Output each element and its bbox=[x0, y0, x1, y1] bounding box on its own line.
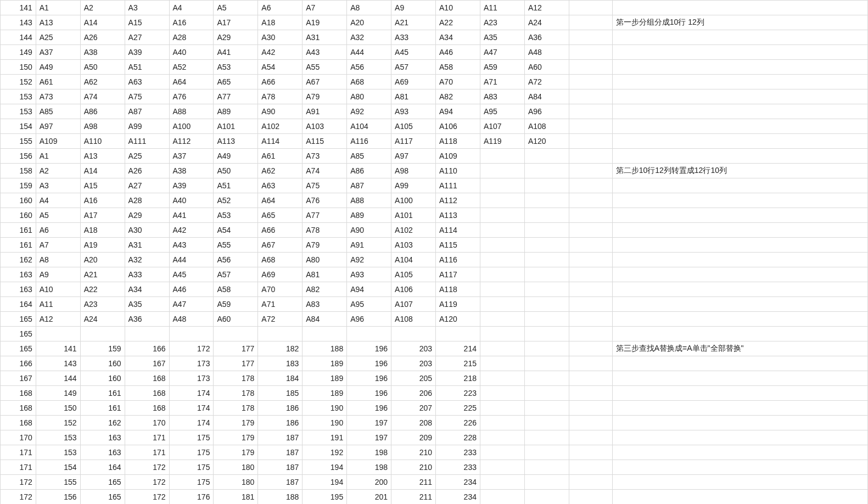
cell[interactable]: A16 bbox=[80, 193, 125, 208]
cell[interactable]: 208 bbox=[391, 416, 436, 430]
cell[interactable]: 170 bbox=[125, 416, 169, 430]
cell[interactable]: A99 bbox=[125, 119, 169, 134]
cell[interactable]: A93 bbox=[347, 267, 391, 282]
cell[interactable] bbox=[480, 490, 524, 505]
cell[interactable]: 163 bbox=[80, 430, 125, 445]
cell[interactable]: A89 bbox=[347, 208, 391, 223]
row-number[interactable]: 159 bbox=[1, 178, 36, 193]
cell[interactable]: A103 bbox=[391, 238, 436, 253]
cell[interactable]: A41 bbox=[214, 45, 258, 60]
cell[interactable]: A118 bbox=[436, 134, 480, 149]
cell[interactable]: 188 bbox=[258, 490, 303, 505]
cell[interactable]: A58 bbox=[436, 60, 480, 75]
cell[interactable]: A60 bbox=[214, 312, 258, 327]
cell[interactable]: A42 bbox=[169, 223, 214, 238]
cell[interactable]: 203 bbox=[391, 341, 436, 356]
cell[interactable]: A53 bbox=[214, 208, 258, 223]
cell[interactable]: A11 bbox=[36, 297, 80, 312]
cell[interactable]: 179 bbox=[214, 430, 258, 445]
cell[interactable]: 200 bbox=[347, 475, 391, 490]
cell[interactable]: A27 bbox=[125, 30, 169, 45]
cell[interactable] bbox=[480, 238, 524, 253]
cell[interactable] bbox=[524, 475, 569, 490]
cell[interactable]: 177 bbox=[214, 356, 258, 371]
cell[interactable]: A61 bbox=[258, 149, 303, 164]
cell[interactable]: 190 bbox=[303, 416, 347, 430]
cell[interactable]: 188 bbox=[303, 341, 347, 356]
cell[interactable]: 189 bbox=[303, 371, 347, 386]
cell[interactable]: A87 bbox=[125, 104, 169, 119]
cell[interactable]: A32 bbox=[125, 253, 169, 267]
cell[interactable]: A1 bbox=[36, 1, 80, 15]
cell[interactable] bbox=[480, 356, 524, 371]
cell[interactable]: A4 bbox=[36, 193, 80, 208]
cell[interactable]: 194 bbox=[303, 460, 347, 475]
cell[interactable]: 186 bbox=[258, 401, 303, 416]
cell[interactable]: A45 bbox=[169, 267, 214, 282]
cell[interactable]: A47 bbox=[480, 45, 524, 60]
cell[interactable]: 187 bbox=[258, 475, 303, 490]
cell[interactable] bbox=[214, 327, 258, 341]
cell[interactable] bbox=[480, 460, 524, 475]
cell[interactable]: A17 bbox=[80, 208, 125, 223]
cell[interactable]: A5 bbox=[214, 1, 258, 15]
cell[interactable]: 179 bbox=[214, 445, 258, 460]
cell[interactable]: 195 bbox=[303, 490, 347, 505]
cell[interactable]: A100 bbox=[391, 193, 436, 208]
cell[interactable]: A17 bbox=[214, 15, 258, 30]
cell[interactable] bbox=[480, 297, 524, 312]
cell[interactable]: 186 bbox=[258, 416, 303, 430]
cell[interactable]: A120 bbox=[524, 134, 569, 149]
cell[interactable]: A111 bbox=[436, 178, 480, 193]
cell[interactable]: A5 bbox=[36, 208, 80, 223]
cell[interactable] bbox=[480, 178, 524, 193]
cell[interactable]: A23 bbox=[80, 297, 125, 312]
cell[interactable]: A37 bbox=[36, 45, 80, 60]
cell[interactable]: A96 bbox=[524, 104, 569, 119]
row-number[interactable]: 149 bbox=[1, 45, 36, 60]
cell[interactable]: A30 bbox=[125, 223, 169, 238]
cell[interactable]: A62 bbox=[80, 75, 125, 89]
row-number[interactable]: 167 bbox=[1, 371, 36, 386]
cell[interactable] bbox=[524, 253, 569, 267]
cell[interactable]: 194 bbox=[303, 475, 347, 490]
cell[interactable]: A108 bbox=[524, 119, 569, 134]
cell[interactable]: 161 bbox=[80, 401, 125, 416]
row-number[interactable]: 166 bbox=[1, 356, 36, 371]
cell[interactable]: A7 bbox=[36, 238, 80, 253]
cell[interactable]: A58 bbox=[214, 282, 258, 297]
cell[interactable]: 160 bbox=[80, 356, 125, 371]
cell[interactable]: A76 bbox=[303, 193, 347, 208]
cell[interactable]: A34 bbox=[436, 30, 480, 45]
cell[interactable]: A94 bbox=[347, 282, 391, 297]
cell[interactable]: A62 bbox=[258, 164, 303, 178]
cell[interactable] bbox=[436, 327, 480, 341]
cell[interactable]: 211 bbox=[391, 490, 436, 505]
cell[interactable]: 175 bbox=[169, 430, 214, 445]
cell[interactable]: A59 bbox=[480, 60, 524, 75]
cell[interactable]: 172 bbox=[125, 490, 169, 505]
cell[interactable]: A48 bbox=[169, 312, 214, 327]
cell[interactable]: A83 bbox=[303, 297, 347, 312]
cell[interactable]: A35 bbox=[480, 30, 524, 45]
cell[interactable]: A55 bbox=[214, 238, 258, 253]
cell[interactable]: 173 bbox=[169, 371, 214, 386]
cell[interactable]: A66 bbox=[258, 223, 303, 238]
cell[interactable]: 175 bbox=[169, 445, 214, 460]
cell[interactable]: A13 bbox=[36, 15, 80, 30]
cell[interactable]: 166 bbox=[125, 341, 169, 356]
cell[interactable]: A88 bbox=[169, 104, 214, 119]
cell[interactable]: A101 bbox=[391, 208, 436, 223]
cell[interactable]: A42 bbox=[258, 45, 303, 60]
cell[interactable]: 203 bbox=[391, 356, 436, 371]
row-number[interactable]: 164 bbox=[1, 297, 36, 312]
cell[interactable]: 225 bbox=[436, 401, 480, 416]
cell[interactable]: A56 bbox=[347, 60, 391, 75]
cell[interactable]: A101 bbox=[214, 119, 258, 134]
cell[interactable]: A16 bbox=[169, 15, 214, 30]
cell[interactable] bbox=[524, 416, 569, 430]
cell[interactable]: 187 bbox=[258, 430, 303, 445]
cell[interactable]: A41 bbox=[169, 208, 214, 223]
cell[interactable]: A91 bbox=[347, 238, 391, 253]
cell[interactable]: 197 bbox=[347, 416, 391, 430]
